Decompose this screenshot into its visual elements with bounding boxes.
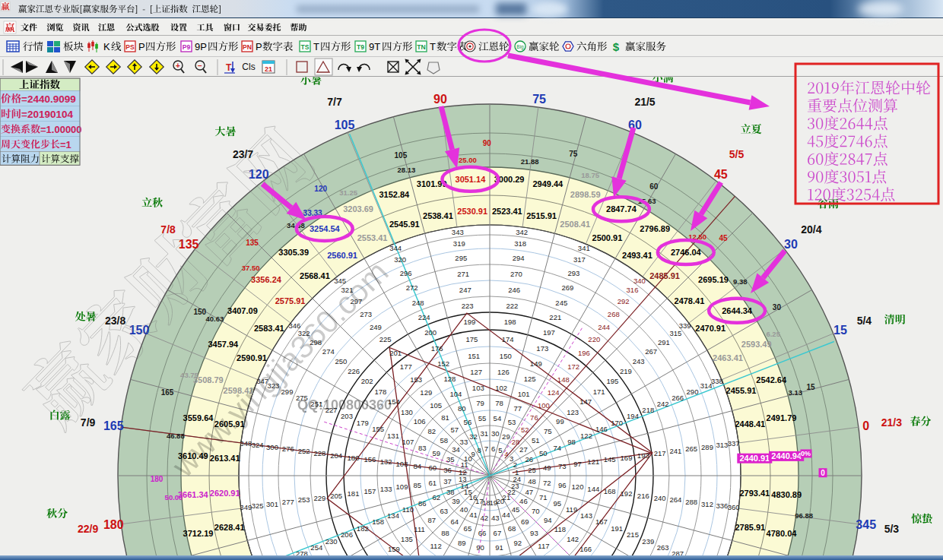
svg-text:92: 92 (513, 539, 522, 547)
svg-text:7/7: 7/7 (327, 96, 342, 108)
svg-text:96.88: 96.88 (795, 511, 813, 520)
svg-text:360: 360 (728, 503, 740, 511)
svg-text:37: 37 (443, 477, 452, 486)
svg-text:2628.41: 2628.41 (214, 523, 245, 532)
svg-text:241: 241 (669, 447, 681, 455)
svg-text:135: 135 (246, 239, 259, 247)
svg-text:35: 35 (446, 455, 455, 464)
svg-text:61: 61 (428, 479, 437, 487)
svg-text:249: 249 (370, 323, 382, 331)
svg-text:348: 348 (240, 439, 252, 448)
svg-text:156: 156 (364, 455, 376, 464)
svg-text:181: 181 (348, 489, 360, 498)
svg-text:42: 42 (480, 514, 488, 522)
svg-text:192: 192 (621, 489, 633, 498)
svg-text:290: 290 (687, 388, 699, 396)
svg-text:2463.41: 2463.41 (713, 353, 743, 362)
svg-text:194: 194 (627, 412, 639, 420)
svg-text:33: 33 (460, 438, 468, 446)
svg-text:246: 246 (508, 286, 520, 294)
svg-text:85: 85 (414, 481, 422, 489)
svg-text:87: 87 (428, 516, 437, 524)
svg-text:100: 100 (538, 401, 550, 410)
svg-text:272: 272 (406, 283, 418, 292)
svg-text:30: 30 (773, 303, 782, 312)
svg-text:43: 43 (491, 514, 500, 522)
svg-text:2508.41: 2508.41 (560, 220, 590, 229)
svg-text:3203.69: 3203.69 (343, 204, 373, 214)
svg-text:245: 245 (555, 299, 567, 307)
svg-text:22/9: 22/9 (78, 523, 98, 535)
svg-text:65: 65 (464, 524, 472, 533)
svg-text:89: 89 (458, 539, 466, 547)
svg-text:48: 48 (528, 477, 536, 486)
svg-text:40: 40 (460, 505, 468, 514)
svg-text:77: 77 (513, 404, 522, 413)
svg-text:320: 320 (394, 255, 406, 264)
svg-text:29: 29 (502, 432, 510, 441)
svg-text:0: 0 (862, 419, 869, 432)
svg-text:266: 266 (672, 394, 684, 402)
svg-text:223: 223 (462, 302, 474, 310)
svg-text:159: 159 (388, 545, 400, 553)
svg-text:107: 107 (402, 438, 414, 446)
svg-text:75: 75 (544, 427, 552, 435)
svg-text:132: 132 (380, 457, 392, 466)
svg-text:2796.89: 2796.89 (640, 224, 670, 233)
svg-text:122: 122 (580, 432, 592, 440)
svg-text:95: 95 (553, 499, 561, 508)
svg-text:313: 313 (716, 441, 728, 449)
svg-text:36: 36 (443, 466, 452, 474)
svg-text:102: 102 (495, 384, 507, 392)
svg-text:105: 105 (335, 119, 355, 131)
svg-text:78: 78 (495, 399, 503, 407)
svg-text:157: 157 (364, 487, 376, 495)
svg-text:316: 316 (627, 286, 639, 294)
svg-text:349: 349 (240, 503, 252, 511)
svg-text:44: 44 (502, 511, 510, 519)
svg-text:111: 111 (414, 525, 424, 533)
svg-text:112: 112 (430, 542, 442, 550)
svg-text:2545.91: 2545.91 (389, 220, 420, 229)
svg-text:168: 168 (604, 487, 616, 495)
svg-text:291: 291 (658, 338, 670, 346)
svg-text:2785.91: 2785.91 (735, 523, 765, 532)
svg-text:49: 49 (543, 464, 551, 472)
svg-text:5/3: 5/3 (884, 523, 900, 535)
svg-text:2440.91: 2440.91 (739, 454, 770, 463)
svg-text:0%: 0% (801, 450, 811, 457)
svg-text:54: 54 (494, 414, 502, 422)
svg-text:155: 155 (372, 425, 384, 433)
svg-text:91: 91 (495, 543, 503, 552)
svg-text:176: 176 (431, 344, 443, 353)
svg-text:2793.41: 2793.41 (739, 489, 770, 498)
svg-text:104: 104 (449, 390, 462, 398)
svg-text:3356.24: 3356.24 (251, 275, 282, 284)
svg-text:253: 253 (298, 495, 310, 504)
svg-text:170: 170 (611, 419, 623, 427)
svg-text:2493.41: 2493.41 (622, 251, 652, 260)
svg-text:72: 72 (543, 479, 551, 487)
svg-text:336: 336 (716, 501, 728, 510)
svg-text:90: 90 (433, 93, 447, 106)
svg-text:8: 8 (478, 446, 481, 454)
svg-text:69: 69 (521, 517, 529, 526)
svg-text:296: 296 (400, 269, 412, 277)
svg-text:74: 74 (553, 444, 561, 452)
svg-text:172: 172 (567, 362, 579, 371)
svg-text:150: 150 (193, 308, 206, 316)
svg-text:300: 300 (266, 443, 278, 451)
svg-text:243: 243 (633, 357, 645, 365)
svg-text:62: 62 (433, 493, 441, 501)
svg-text:325: 325 (252, 501, 264, 510)
svg-text:127: 127 (470, 368, 482, 376)
svg-text:4830.89: 4830.89 (771, 490, 802, 499)
svg-text:340: 340 (633, 277, 646, 285)
svg-text:2515.91: 2515.91 (526, 211, 557, 220)
svg-text:81: 81 (441, 413, 449, 422)
svg-text:15.63: 15.63 (638, 197, 656, 205)
svg-text:197: 197 (543, 328, 555, 337)
svg-text:94: 94 (544, 516, 552, 524)
svg-text:4: 4 (504, 450, 508, 458)
svg-text:244: 244 (598, 323, 610, 331)
